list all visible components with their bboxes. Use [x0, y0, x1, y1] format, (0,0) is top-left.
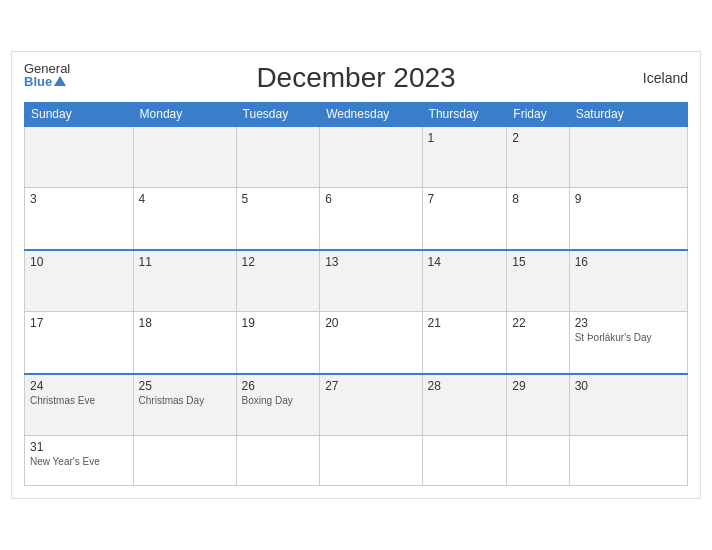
logo: General Blue [24, 62, 70, 88]
day-number: 30 [575, 379, 682, 393]
day-number: 5 [242, 192, 315, 206]
day-number: 7 [428, 192, 502, 206]
day-event: Christmas Day [139, 395, 231, 406]
day-number: 14 [428, 255, 502, 269]
day-header-monday: Monday [133, 102, 236, 126]
day-number: 17 [30, 316, 128, 330]
day-number: 3 [30, 192, 128, 206]
day-number: 18 [139, 316, 231, 330]
calendar-header: General Blue December 2023 Iceland [24, 62, 688, 94]
day-header-tuesday: Tuesday [236, 102, 320, 126]
day-number: 11 [139, 255, 231, 269]
calendar-cell: 16 [569, 250, 687, 312]
calendar-week-row: 12 [25, 126, 688, 188]
days-header-row: SundayMondayTuesdayWednesdayThursdayFrid… [25, 102, 688, 126]
day-number: 31 [30, 440, 128, 454]
calendar-cell: 7 [422, 188, 507, 250]
day-event: New Year's Eve [30, 456, 128, 467]
calendar-cell: 28 [422, 374, 507, 436]
day-header-sunday: Sunday [25, 102, 134, 126]
calendar-cell: 4 [133, 188, 236, 250]
calendar-cell [25, 126, 134, 188]
calendar-cell: 8 [507, 188, 569, 250]
calendar-cell: 17 [25, 312, 134, 374]
day-number: 29 [512, 379, 563, 393]
calendar-cell: 15 [507, 250, 569, 312]
calendar-cell: 21 [422, 312, 507, 374]
calendar-cell [569, 436, 687, 486]
day-event: Christmas Eve [30, 395, 128, 406]
logo-blue-text: Blue [24, 75, 52, 88]
day-number: 16 [575, 255, 682, 269]
day-header-wednesday: Wednesday [320, 102, 422, 126]
calendar-cell [507, 436, 569, 486]
calendar-cell: 1 [422, 126, 507, 188]
day-number: 24 [30, 379, 128, 393]
calendar-cell [133, 436, 236, 486]
day-number: 28 [428, 379, 502, 393]
day-number: 22 [512, 316, 563, 330]
day-number: 12 [242, 255, 315, 269]
day-number: 27 [325, 379, 416, 393]
calendar-country: Iceland [643, 70, 688, 86]
calendar-cell: 12 [236, 250, 320, 312]
calendar-cell: 3 [25, 188, 134, 250]
calendar-week-row: 24Christmas Eve25Christmas Day26Boxing D… [25, 374, 688, 436]
day-event: St Þorlákur's Day [575, 332, 682, 343]
day-number: 9 [575, 192, 682, 206]
calendar-cell: 25Christmas Day [133, 374, 236, 436]
calendar-cell: 2 [507, 126, 569, 188]
day-number: 1 [428, 131, 502, 145]
calendar-cell: 9 [569, 188, 687, 250]
calendar-cell [320, 126, 422, 188]
logo-general-text: General [24, 62, 70, 75]
day-number: 6 [325, 192, 416, 206]
calendar-cell [133, 126, 236, 188]
day-event: Boxing Day [242, 395, 315, 406]
day-number: 26 [242, 379, 315, 393]
calendar-cell: 6 [320, 188, 422, 250]
day-number: 19 [242, 316, 315, 330]
day-number: 25 [139, 379, 231, 393]
calendar-week-row: 10111213141516 [25, 250, 688, 312]
calendar-cell: 26Boxing Day [236, 374, 320, 436]
day-number: 13 [325, 255, 416, 269]
calendar-cell: 13 [320, 250, 422, 312]
calendar-cell: 23St Þorlákur's Day [569, 312, 687, 374]
logo-triangle-icon [54, 76, 66, 86]
calendar-cell: 19 [236, 312, 320, 374]
calendar-container: General Blue December 2023 Iceland Sunda… [11, 51, 701, 500]
day-number: 4 [139, 192, 231, 206]
day-number: 15 [512, 255, 563, 269]
calendar-cell: 20 [320, 312, 422, 374]
calendar-week-row: 3456789 [25, 188, 688, 250]
day-header-thursday: Thursday [422, 102, 507, 126]
calendar-cell [422, 436, 507, 486]
calendar-week-row: 17181920212223St Þorlákur's Day [25, 312, 688, 374]
calendar-cell: 22 [507, 312, 569, 374]
day-number: 21 [428, 316, 502, 330]
calendar-cell [236, 126, 320, 188]
day-number: 23 [575, 316, 682, 330]
calendar-cell: 14 [422, 250, 507, 312]
calendar-week-row: 31New Year's Eve [25, 436, 688, 486]
calendar-title: December 2023 [256, 62, 455, 94]
calendar-cell: 11 [133, 250, 236, 312]
day-number: 20 [325, 316, 416, 330]
calendar-cell [569, 126, 687, 188]
day-number: 8 [512, 192, 563, 206]
calendar-cell: 24Christmas Eve [25, 374, 134, 436]
calendar-cell [320, 436, 422, 486]
calendar-cell: 31New Year's Eve [25, 436, 134, 486]
calendar-cell: 27 [320, 374, 422, 436]
calendar-cell: 5 [236, 188, 320, 250]
calendar-cell: 10 [25, 250, 134, 312]
day-number: 2 [512, 131, 563, 145]
day-number: 10 [30, 255, 128, 269]
calendar-cell: 18 [133, 312, 236, 374]
calendar-table: SundayMondayTuesdayWednesdayThursdayFrid… [24, 102, 688, 487]
day-header-saturday: Saturday [569, 102, 687, 126]
day-header-friday: Friday [507, 102, 569, 126]
calendar-cell: 29 [507, 374, 569, 436]
calendar-cell [236, 436, 320, 486]
